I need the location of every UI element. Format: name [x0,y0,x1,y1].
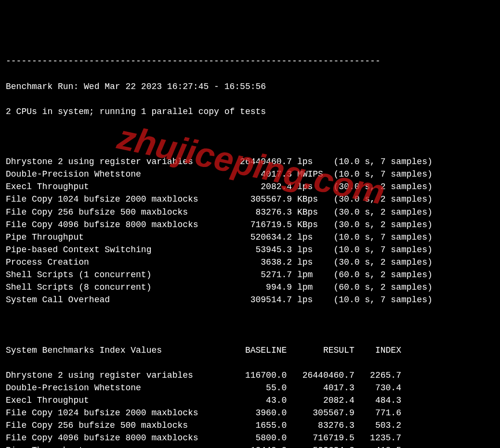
blank-line [6,319,494,331]
benchmark-run-line: Benchmark Run: Wed Mar 22 2023 16:27:45 … [6,80,494,93]
tests-block: Dhrystone 2 using register variables 264… [6,155,494,306]
blank-line [6,130,494,143]
separator-line: ----------------------------------------… [6,55,494,67]
index-header-line: System Benchmarks Index Values BASELINE … [6,344,494,357]
cpu-info-line: 2 CPUs in system; running 1 parallel cop… [6,105,494,118]
index-block: Dhrystone 2 using register variables 116… [6,369,494,448]
